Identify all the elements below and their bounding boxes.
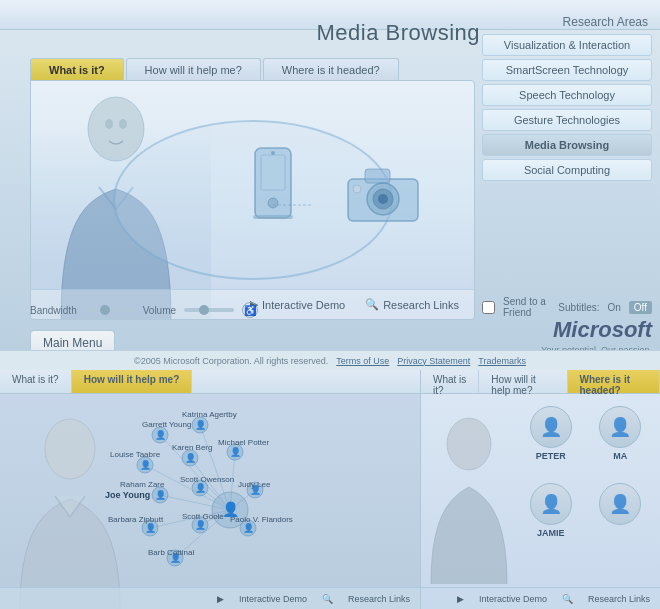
bottom-left-panel: What is it? How will it help me? — [0, 370, 420, 609]
svg-text:👤: 👤 — [140, 459, 152, 471]
bottom-search-icon: 🔍 — [322, 594, 333, 604]
subtitles-label: Subtitles: — [558, 302, 599, 313]
camera-svg — [343, 161, 423, 226]
connector-line — [273, 195, 313, 215]
node-label-3: Karen Berg — [172, 443, 212, 452]
bottom-research-links-link[interactable]: Research Links — [348, 594, 410, 604]
microsoft-logo: Microsoft — [482, 317, 652, 343]
network-svg: 👤 👤 👤 👤 👤 👤 👤 👤 👤 👤 👤 👤 👤 — [100, 400, 410, 609]
interactive-demo-link[interactable]: ▶ Interactive Demo — [250, 298, 345, 311]
profile-jamie: 👤 JAMIE — [519, 483, 583, 554]
bottom-section: What is it? How will it help me? — [0, 370, 660, 609]
bottom-right-tab-0[interactable]: What is it? — [421, 370, 479, 393]
research-areas-title: Research Areas — [482, 15, 652, 29]
bottom-right-presenter — [421, 409, 516, 584]
profile-ma-avatar: 👤 — [599, 406, 641, 448]
profile-empty: 👤 — [589, 483, 653, 554]
bottom-right-presenter-svg — [421, 409, 516, 584]
node-label-7: Judy Lee — [238, 480, 270, 489]
bottom-left-bottom-bar: ▶ Interactive Demo 🔍 Research Links — [0, 587, 420, 609]
svg-text:👤: 👤 — [230, 446, 242, 458]
bandwidth-thumb — [100, 305, 110, 315]
footer: ©2005 Microsoft Corporation. All rights … — [0, 350, 660, 370]
top-section: Media Browsing Research Areas Visualizat… — [0, 0, 660, 370]
bottom-right-demo-link[interactable]: Interactive Demo — [479, 594, 547, 604]
svg-rect-7 — [253, 215, 293, 219]
send-to-friend-checkbox[interactable] — [482, 301, 495, 314]
bottom-left-tab-bar: What is it? How will it help me? — [0, 370, 420, 394]
research-item-1[interactable]: SmartScreen Technology — [482, 59, 652, 81]
network-visualization: 👤 👤 👤 👤 👤 👤 👤 👤 👤 👤 👤 👤 👤 Garrett Young … — [100, 400, 410, 609]
camera-device-icon — [343, 161, 423, 230]
profile-ma-name: MA — [613, 451, 627, 461]
svg-point-15 — [45, 419, 95, 479]
research-item-3[interactable]: Gesture Technologies — [482, 109, 652, 131]
svg-rect-10 — [365, 169, 390, 183]
research-item-5[interactable]: Social Computing — [482, 159, 652, 181]
tab-how-help[interactable]: How will it help me? — [126, 58, 261, 81]
svg-text:👤: 👤 — [195, 419, 207, 431]
tab-what-is-it[interactable]: What is it? — [30, 58, 124, 81]
tab-where-headed[interactable]: Where is it headed? — [263, 58, 399, 81]
profile-jamie-name: JAMIE — [537, 528, 565, 538]
profile-peter: 👤 PETER — [519, 406, 583, 477]
node-label-2: Louise Taabre — [110, 450, 160, 459]
volume-thumb — [199, 305, 209, 315]
footer-link-terms[interactable]: Terms of Use — [336, 356, 389, 366]
node-label-8: Barbara Zipbutt — [108, 515, 163, 524]
bottom-tab-what-is-it[interactable]: What is it? — [0, 370, 72, 393]
research-links-label: Research Links — [383, 299, 459, 311]
research-links-link[interactable]: 🔍 Research Links — [365, 298, 459, 311]
bandwidth-label: Bandwidth — [30, 305, 77, 316]
search-icon: 🔍 — [365, 298, 379, 311]
svg-rect-4 — [261, 155, 285, 190]
subtitles-on-label[interactable]: On — [608, 302, 621, 313]
node-label-5: Raham Zare — [120, 480, 164, 489]
svg-point-6 — [271, 151, 275, 155]
footer-link-privacy[interactable]: Privacy Statement — [397, 356, 470, 366]
page-title: Media Browsing — [260, 20, 480, 46]
accessibility-icon[interactable]: ♿ — [242, 302, 258, 318]
svg-point-0 — [88, 97, 144, 161]
bottom-tab-how-help[interactable]: How will it help me? — [72, 370, 193, 393]
interactive-demo-label: Interactive Demo — [262, 299, 345, 311]
svg-point-54 — [447, 418, 491, 470]
profile-peter-avatar: 👤 — [530, 406, 572, 448]
svg-text:👤: 👤 — [155, 429, 167, 441]
av-controls: Bandwidth Volume ♿ — [30, 302, 258, 318]
bottom-right-search-icon: 🔍 — [562, 594, 573, 604]
node-label-11: Barb Cottinal — [148, 548, 194, 557]
send-to-friend-label: Send to a Friend — [503, 296, 550, 318]
footer-link-trademarks[interactable]: Trademarks — [478, 356, 526, 366]
bottom-right-tab-2[interactable]: Where is it headed? — [568, 370, 661, 393]
node-label-1: Katrina Agertby — [182, 410, 237, 419]
node-label-0: Garrett Young — [142, 420, 191, 429]
svg-text:👤: 👤 — [155, 489, 167, 501]
volume-label: Volume — [143, 305, 176, 316]
bottom-right-tab-1[interactable]: How will it help me? — [479, 370, 567, 393]
profile-peter-name: PETER — [536, 451, 566, 461]
node-label-4: Michael Potter — [218, 438, 269, 447]
research-item-0[interactable]: Visualization & Interaction — [482, 34, 652, 56]
profile-jamie-avatar: 👤 — [530, 483, 572, 525]
profiles-grid: 👤 PETER 👤 MA 👤 JAMIE 👤 — [511, 398, 660, 584]
device-icons — [211, 101, 454, 289]
bandwidth-slider[interactable] — [85, 308, 135, 312]
node-label-10: Paolo V. Flandors — [230, 515, 293, 524]
bottom-interactive-demo-link[interactable]: Interactive Demo — [239, 594, 307, 604]
bottom-right-tab-bar: What is it? How will it help me? Where i… — [421, 370, 660, 394]
volume-slider[interactable] — [184, 308, 234, 312]
svg-point-13 — [378, 194, 388, 204]
content-area: ▶ Interactive Demo 🔍 Research Links — [30, 80, 475, 320]
footer-copyright: ©2005 Microsoft Corporation. All rights … — [134, 356, 328, 366]
svg-point-1 — [105, 119, 113, 129]
center-node-label: Joe Young — [105, 490, 150, 500]
research-item-4[interactable]: Media Browsing — [482, 134, 652, 156]
bottom-right-research-link[interactable]: Research Links — [588, 594, 650, 604]
bottom-right-bottom-bar: ▶ Interactive Demo 🔍 Research Links — [421, 587, 660, 609]
subtitles-off-label[interactable]: Off — [629, 301, 652, 314]
svg-point-2 — [119, 119, 127, 129]
bottom-right-demo-icon: ▶ — [457, 594, 464, 604]
tab-bar: What is it? How will it help me? Where i… — [30, 58, 399, 81]
research-item-2[interactable]: Speech Technology — [482, 84, 652, 106]
